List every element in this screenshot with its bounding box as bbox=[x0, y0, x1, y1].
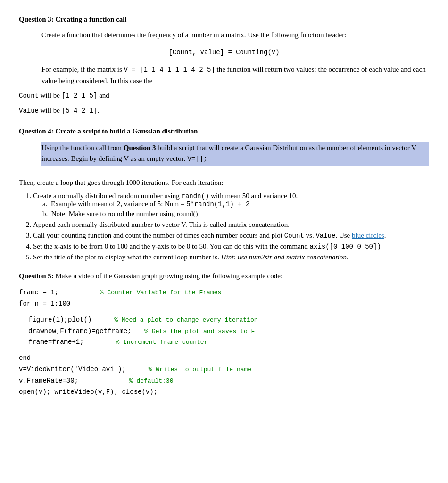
q4-item1-text2: with mean 50 and variance 10. bbox=[209, 192, 298, 200]
q4-subitem-a: a. Example with mean of 2, variance of 5… bbox=[42, 200, 429, 208]
code-line-7: v=VideoWriter('Video.avi'); % Writes to … bbox=[19, 364, 429, 375]
code-line-5: frame=frame+1; % Increment frame counter bbox=[28, 337, 429, 348]
q5-code-block: frame = 1; % Counter Variable for the Fr… bbox=[19, 287, 429, 398]
code-line-4: drawnow;F(frame)=getframe; % Gets the pl… bbox=[28, 326, 429, 337]
q4-item-1: Create a normally distributed random num… bbox=[33, 192, 429, 218]
code-blank-2 bbox=[19, 348, 429, 353]
q3-example: For example, if the matrix is V = [1 1 4… bbox=[41, 64, 429, 86]
q5-title-rest: Make a video of the Gaussian graph growi… bbox=[54, 272, 282, 280]
q4-highlight-text1: Using the function call from bbox=[41, 144, 124, 151]
q4-item-5: Set the title of the plot to display wha… bbox=[33, 253, 429, 261]
q5-title-bold: Question 5: bbox=[19, 272, 54, 280]
q3-count: Count will be [1 2 1 5] and bbox=[19, 90, 429, 101]
q4-list: Create a normally distributed random num… bbox=[33, 192, 429, 261]
q3-intro: Create a function that determines the fr… bbox=[41, 30, 429, 41]
q4-highlight-para: Using the function call from Question 3 … bbox=[41, 142, 429, 166]
code-line-1: frame = 1; % Counter Variable for the Fr… bbox=[19, 287, 429, 299]
q4-item-2: Append each normally distributed number … bbox=[33, 221, 429, 229]
q3-example-v: V = [1 1 4 1 1 1 4 2 5] bbox=[124, 66, 215, 74]
q4-item1-code: randn() bbox=[182, 192, 209, 200]
q3-title: Question 3: Creating a function call bbox=[19, 14, 429, 25]
q4-item-4: Set the x-axis to be from 0 to 100 and t… bbox=[33, 242, 429, 250]
q4-subitem-b: b. Note: Make sure to round the number u… bbox=[42, 210, 429, 218]
q5-section: Question 5: Make a video of the Gaussian… bbox=[19, 271, 429, 398]
q3-value: Value will be [5 4 2 1]. bbox=[19, 105, 429, 117]
code-line-2: for n = 1:100 bbox=[19, 299, 429, 310]
code-line-8: v.FrameRate=30; % default:30 bbox=[19, 375, 429, 387]
q4-item-3: Call your counting function and count th… bbox=[33, 232, 429, 240]
q4-item1-text1: Create a normally distributed random num… bbox=[33, 192, 182, 200]
q4-highlight-bold: Question 3 bbox=[124, 144, 156, 151]
q5-title-line: Question 5: Make a video of the Gaussian… bbox=[19, 271, 429, 282]
q4-highlight-code: V=[]; bbox=[187, 155, 207, 163]
q3-code-header: [Count, Value] = Counting(V) bbox=[19, 48, 429, 58]
q4-subitems: a. Example with mean of 2, variance of 5… bbox=[42, 200, 429, 218]
q4-section: Question 4: Create a script to build a G… bbox=[19, 126, 429, 261]
q4-title: Question 4: Create a script to build a G… bbox=[19, 126, 429, 137]
code-line-9: open(v); writeVideo(v,F); close(v); bbox=[19, 387, 429, 398]
q4-blue-circles: blue circles bbox=[352, 232, 384, 239]
q3-section: Question 3: Creating a function call Cre… bbox=[19, 14, 429, 117]
code-line-3: figure(1);plot() % Need a plot to change… bbox=[28, 315, 429, 326]
code-line-6: end bbox=[19, 353, 429, 364]
q4-then: Then, create a loop that goes through 10… bbox=[19, 177, 429, 188]
code-blank-1 bbox=[19, 310, 429, 315]
q3-example-text1: For example, if the matrix is bbox=[41, 66, 124, 73]
